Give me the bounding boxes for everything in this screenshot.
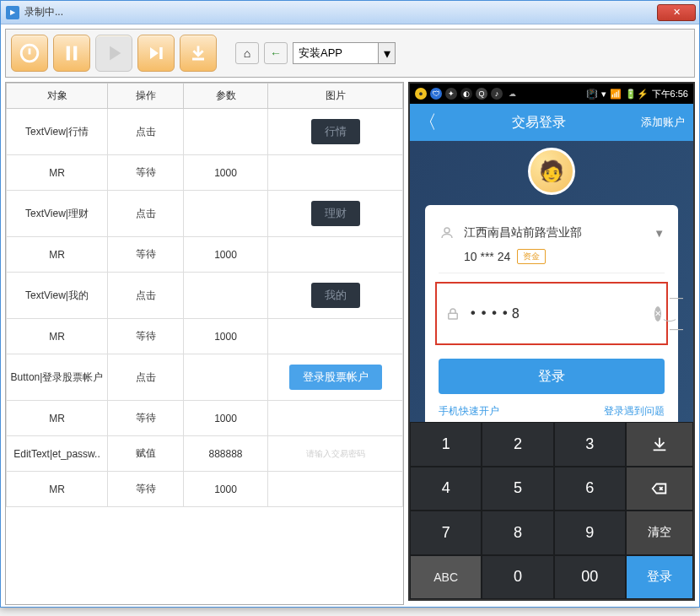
nav-title: 交易登录 — [437, 114, 641, 132]
key-backspace[interactable] — [626, 467, 693, 511]
status-icon: Q — [476, 88, 487, 100]
status-icon: ☁ — [506, 88, 518, 100]
titlebar: 录制中... ✕ — [1, 1, 699, 24]
app-window: 录制中... ✕ ⌂ ← 安装APP ▾ — [0, 0, 700, 608]
table-row[interactable]: EditText|et_passw..赋值888888请输入交易密码 — [7, 436, 403, 472]
recording-table-panel: 对象 操作 参数 图片 TextView|行情点击行情MR等待1000TextV… — [5, 82, 404, 605]
toolbar: ⌂ ← 安装APP ▾ — [5, 29, 695, 78]
install-app-label: 安装APP — [293, 43, 378, 63]
phone-statusbar: ● 🛡 ✦ ◐ Q ♪ ☁ 📳 ▾ 📶 🔋⚡ 下午6:56 — [410, 84, 693, 104]
account-badge: 资金 — [517, 249, 546, 264]
table-row[interactable]: TextView|行情点击行情 — [7, 109, 403, 155]
open-account-link[interactable]: 手机快速开户 — [439, 404, 499, 419]
svg-marker-5 — [150, 47, 159, 59]
close-button[interactable]: ✕ — [657, 4, 696, 21]
record-button[interactable] — [11, 35, 48, 72]
table-row[interactable]: MR等待1000 — [7, 155, 403, 191]
svg-rect-6 — [159, 47, 163, 59]
home-icon: ⌂ — [244, 46, 250, 60]
broker-name: 江西南昌站前路营业部 — [464, 225, 645, 240]
install-app-combo[interactable]: 安装APP ▾ — [293, 42, 396, 64]
key-9[interactable]: 9 — [554, 511, 626, 555]
key-3[interactable]: 3 — [554, 422, 626, 467]
key-00[interactable]: 00 — [554, 555, 626, 600]
login-trouble-link[interactable]: 登录遇到问题 — [604, 404, 665, 419]
table-row[interactable]: Button|登录股票帐户点击登录股票帐户 — [7, 354, 403, 401]
key-5[interactable]: 5 — [482, 467, 553, 511]
svg-point-7 — [444, 228, 450, 233]
svg-rect-2 — [67, 46, 70, 61]
user-icon — [439, 225, 455, 240]
step-button[interactable] — [137, 35, 175, 72]
table-row[interactable]: TextView|理财点击理财 — [7, 191, 403, 237]
install-app-dropdown[interactable]: ▾ — [378, 43, 395, 63]
account-row: 10 *** 24 资金 — [439, 246, 665, 273]
key-4[interactable]: 4 — [410, 467, 482, 511]
recording-table: 对象 操作 参数 图片 TextView|行情点击行情MR等待1000TextV… — [6, 83, 403, 507]
back-nav-button[interactable]: ← — [264, 42, 288, 64]
phone-navbar: 〈 交易登录 添加账户 — [410, 104, 693, 141]
status-icon: ♪ — [491, 88, 503, 100]
broker-selector[interactable]: 江西南昌站前路营业部 ▼ — [439, 220, 665, 246]
lock-icon — [445, 306, 460, 322]
col-object: 对象 — [7, 84, 108, 109]
pause-button[interactable] — [53, 35, 90, 72]
key-1[interactable]: 1 — [410, 422, 482, 467]
wifi-icon: ▾ — [601, 89, 606, 100]
status-icon: ✦ — [445, 88, 457, 100]
table-row[interactable]: MR等待1000 — [7, 319, 403, 354]
account-number: 10 *** 24 — [464, 250, 510, 263]
nav-add-account[interactable]: 添加账户 — [641, 115, 685, 130]
status-icon: ● — [415, 88, 427, 100]
status-icon: ◐ — [460, 88, 472, 100]
toggle-visibility-icon[interactable]: — ͜ — — [670, 290, 683, 337]
clear-password-button[interactable]: ✕ — [654, 306, 661, 322]
table-row[interactable]: MR等待1000 — [7, 237, 403, 273]
phone-frame: ● 🛡 ✦ ◐ Q ♪ ☁ 📳 ▾ 📶 🔋⚡ 下午6:56 — [408, 82, 695, 601]
main-content: 对象 操作 参数 图片 TextView|行情点击行情MR等待1000TextV… — [1, 82, 699, 605]
numeric-keypad: 1 2 3 4 5 6 7 8 9 清空 ABC — [410, 422, 693, 599]
col-action: 操作 — [108, 84, 184, 109]
play-button[interactable] — [95, 35, 132, 72]
key-hide[interactable] — [626, 422, 693, 467]
home-button[interactable]: ⌂ — [235, 42, 259, 64]
key-login[interactable]: 登录 — [626, 555, 693, 600]
key-clear[interactable]: 清空 — [626, 511, 693, 555]
password-input[interactable] — [469, 305, 646, 322]
password-field-wrapper: ✕ — ͜ — — [435, 282, 668, 345]
login-card: 江西南昌站前路营业部 ▼ 10 *** 24 资金 ✕ — [425, 205, 678, 430]
col-param: 参数 — [184, 84, 268, 109]
arrow-left-icon: ← — [270, 46, 282, 60]
status-icon: 🛡 — [430, 88, 442, 100]
window-title: 录制中... — [24, 5, 657, 19]
table-row[interactable]: MR等待1000 — [7, 472, 403, 507]
battery-icon: 🔋⚡ — [625, 89, 649, 100]
table-row[interactable]: MR等待1000 — [7, 401, 403, 436]
key-abc[interactable]: ABC — [410, 555, 482, 600]
key-7[interactable]: 7 — [410, 511, 482, 555]
col-image: 图片 — [268, 84, 403, 109]
login-button[interactable]: 登录 — [439, 359, 665, 394]
svg-rect-8 — [449, 313, 458, 319]
avatar: 🧑 — [528, 148, 575, 195]
status-time: 下午6:56 — [652, 88, 688, 100]
key-8[interactable]: 8 — [482, 511, 553, 555]
chevron-down-icon: ▼ — [654, 227, 665, 240]
nav-back-button[interactable]: 〈 — [418, 110, 437, 135]
key-0[interactable]: 0 — [482, 555, 553, 600]
device-preview-panel: ● 🛡 ✦ ◐ Q ♪ ☁ 📳 ▾ 📶 🔋⚡ 下午6:56 — [408, 82, 695, 605]
key-2[interactable]: 2 — [482, 422, 553, 467]
key-6[interactable]: 6 — [554, 467, 626, 511]
app-icon — [6, 6, 19, 19]
download-button[interactable] — [180, 35, 217, 72]
signal-icon: 📶 — [610, 89, 622, 100]
svg-marker-4 — [110, 46, 121, 61]
table-row[interactable]: TextView|我的点击我的 — [7, 273, 403, 319]
svg-rect-3 — [73, 46, 77, 61]
vibrate-icon: 📳 — [586, 89, 598, 100]
